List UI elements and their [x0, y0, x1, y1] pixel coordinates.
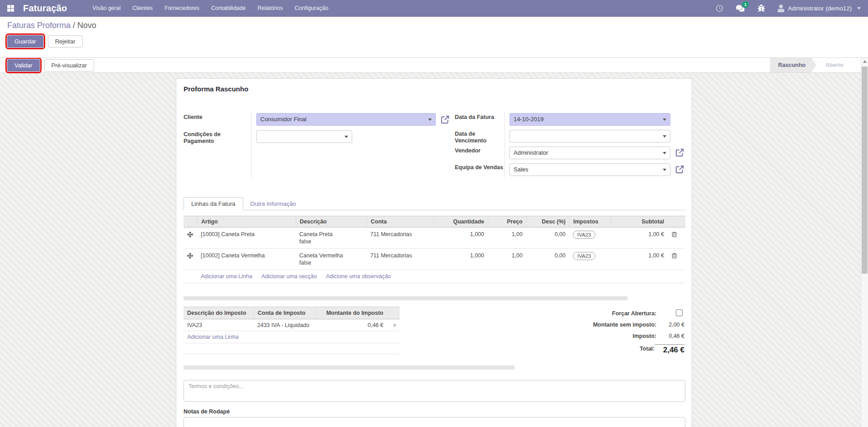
discard-button[interactable]: Rejeitar: [48, 35, 83, 47]
cell-conta[interactable]: 711 Mercadorias: [367, 249, 434, 269]
save-button[interactable]: Guardar: [7, 35, 43, 47]
vendedor-value: Administrator: [514, 149, 548, 156]
tax-hscrollbar[interactable]: [184, 365, 514, 370]
statusbar-row: Validar Pré-visualizar Rascunho Aberto: [0, 58, 868, 73]
messages-icon[interactable]: 1: [736, 4, 745, 13]
tab-linhas-da-fatura[interactable]: Linhas da Fatura: [184, 197, 243, 210]
breadcrumb-parent-link[interactable]: Faturas Proforma: [7, 21, 71, 30]
top-navbar: Faturação Visão geral Clientes Fornecedo…: [0, 0, 868, 17]
breadcrumb-current: Novo: [77, 21, 96, 30]
cell-tax-montante[interactable]: 0,46 €: [316, 320, 387, 331]
descricao-line1: Caneta Preta: [299, 231, 363, 238]
tax-line-row: IVA23 2433 IVA - Liquidado 0,46 €: [184, 319, 400, 331]
form-view-content: Validar Pré-visualizar Rascunho Aberto P…: [0, 58, 868, 427]
apps-grid-icon[interactable]: [7, 5, 14, 12]
cell-preco[interactable]: 1,00: [488, 249, 526, 269]
menu-contabilidade[interactable]: Contabilidade: [211, 5, 245, 11]
menu-fornecedores[interactable]: Fornecedores: [165, 5, 199, 11]
lines-hscrollbar[interactable]: [184, 296, 627, 300]
tax-lines-table: Descrição do Imposto Conta de Imposto Mo…: [184, 307, 400, 356]
delete-line-icon[interactable]: [668, 249, 685, 270]
user-menu[interactable]: Administrator (demo12): [778, 5, 861, 12]
equipa-vendas-caret-icon: [663, 169, 666, 171]
vendedor-external-link-icon[interactable]: [675, 148, 684, 157]
footer-notes-textarea[interactable]: [184, 417, 685, 427]
debug-bug-icon[interactable]: [757, 4, 766, 13]
cell-desc-pct[interactable]: 0,00: [526, 228, 569, 248]
equipa-vendas-select[interactable]: Sales: [509, 163, 670, 176]
invoice-lines-table: Artigo Descrição Conta Quantidade Preço …: [184, 216, 685, 283]
data-fatura-select[interactable]: 14-10-2019: [509, 113, 670, 126]
drag-handle-icon[interactable]: [184, 228, 197, 248]
preview-button[interactable]: Pré-visualizar: [44, 59, 94, 71]
add-section-link[interactable]: Adicionar uma secção: [261, 273, 317, 280]
descricao-line2: false: [299, 259, 363, 266]
terms-conditions-textarea[interactable]: [184, 380, 685, 402]
add-tax-line-link[interactable]: Adicionar uma Linha: [187, 334, 239, 340]
cell-quantidade[interactable]: 1,000: [434, 249, 488, 269]
user-avatar-icon: [778, 5, 784, 12]
cell-tax-descricao[interactable]: IVA23: [184, 320, 254, 331]
tab-outra-informacao[interactable]: Outra Informação: [243, 198, 303, 210]
vendedor-select[interactable]: Administrator: [509, 147, 670, 159]
tax-amount-value: 0,46 €: [656, 333, 684, 339]
menu-clientes[interactable]: Clientes: [132, 5, 153, 11]
forcar-abertura-label: Forçar Abertura:: [612, 310, 656, 317]
cell-descricao[interactable]: Caneta Vermelha false: [296, 249, 367, 270]
cliente-value: Consumidor Final: [260, 116, 307, 123]
descricao-line1: Caneta Vermelha: [299, 252, 363, 259]
menu-configuracao[interactable]: Configuração: [295, 5, 328, 11]
status-state-rascunho[interactable]: Rascunho: [770, 58, 816, 72]
col-preco: Preço: [488, 216, 526, 227]
equipa-vendas-external-link-icon[interactable]: [675, 165, 684, 174]
breadcrumb-separator: /: [71, 21, 77, 30]
drag-handle-icon[interactable]: [184, 249, 197, 269]
tax-pill[interactable]: IVA23: [573, 252, 595, 260]
validate-button[interactable]: Validar: [7, 59, 40, 71]
cell-tax-conta[interactable]: 2433 IVA - Liquidado: [254, 320, 316, 331]
forcar-abertura-checkbox[interactable]: [676, 309, 683, 316]
totals-panel: Forçar Abertura: Montante sem imposto: 2…: [571, 308, 684, 356]
data-vencimento-select[interactable]: [509, 130, 670, 142]
user-name: Administrator (demo12): [788, 5, 852, 12]
app-title[interactable]: Faturação: [23, 3, 67, 14]
data-fatura-caret-icon: [663, 119, 666, 121]
tax-table-header: Descrição do Imposto Conta de Imposto Mo…: [184, 307, 400, 319]
form-sheet: Proforma Rascunho Cliente Condições de P…: [176, 78, 692, 427]
delete-tax-line-icon[interactable]: [390, 320, 400, 331]
scrollbar-thumb[interactable]: [862, 66, 868, 274]
status-state-aberto[interactable]: Aberto: [816, 58, 852, 72]
user-menu-caret-icon: [857, 7, 861, 9]
delete-line-icon[interactable]: [668, 228, 685, 248]
cliente-external-link-icon[interactable]: [440, 115, 450, 124]
cell-preco[interactable]: 1,00: [488, 228, 526, 248]
cliente-caret-icon: [428, 119, 432, 121]
scrollbar-up-arrow[interactable]: [861, 58, 868, 65]
col-desc-pct: Desc (%): [526, 216, 569, 227]
cell-conta[interactable]: 711 Mercadorias: [367, 228, 434, 248]
cliente-select[interactable]: Consumidor Final: [256, 113, 436, 126]
add-note-link[interactable]: Adicione uma observação: [326, 273, 391, 280]
activity-clock-icon[interactable]: [715, 4, 724, 13]
footer-notes-label: Notas de Rodapé: [184, 408, 684, 415]
menu-visao-geral[interactable]: Visão geral: [92, 5, 120, 11]
menu-relatorios[interactable]: Relatórios: [257, 5, 283, 11]
cell-artigo[interactable]: [10003] Caneta Preta: [197, 228, 296, 248]
untaxed-amount-value: 2,00 €: [656, 322, 684, 328]
invoice-line-row-1: [10003] Caneta Preta Caneta Preta false …: [184, 228, 685, 249]
col-conta-imposto: Conta de Imposto: [254, 307, 316, 319]
label-data-fatura: Data da Fatura: [455, 111, 505, 128]
cell-desc-pct[interactable]: 0,00: [526, 249, 569, 269]
breadcrumb: Faturas Proforma / Novo: [7, 21, 861, 30]
invoice-line-row-2: [10002] Caneta Vermelha Caneta Vermelha …: [184, 249, 685, 270]
cell-impostos: IVA23: [569, 228, 611, 248]
cell-artigo[interactable]: [10002] Caneta Vermelha: [197, 249, 296, 269]
equipa-vendas-value: Sales: [514, 166, 528, 173]
condicoes-pagamento-select[interactable]: [256, 130, 352, 143]
col-artigo: Artigo: [197, 216, 296, 227]
cell-quantidade[interactable]: 1,000: [434, 228, 488, 248]
add-line-link[interactable]: Adicionar uma Linha: [201, 273, 252, 280]
tax-pill[interactable]: IVA23: [573, 231, 595, 239]
cell-descricao[interactable]: Caneta Preta false: [296, 228, 367, 248]
vertical-scrollbar[interactable]: [861, 58, 868, 427]
